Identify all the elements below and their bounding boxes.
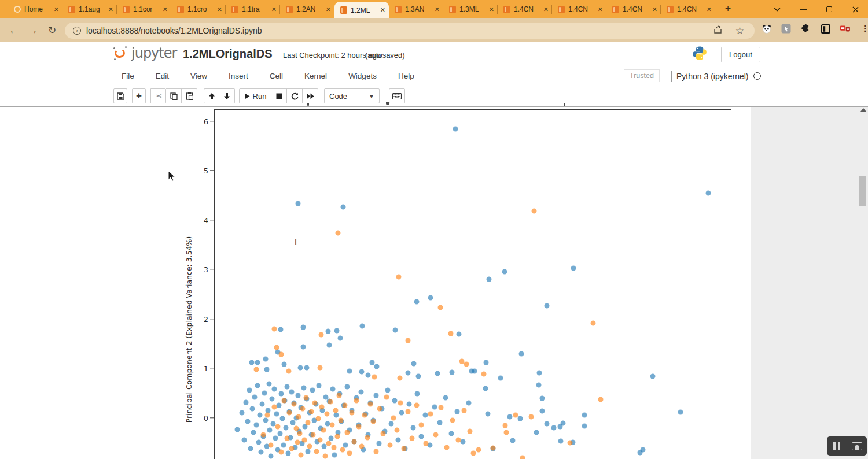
logout-button[interactable]: Logout	[721, 47, 760, 62]
data-point-series-blue	[298, 365, 303, 371]
extensions-puzzle-icon[interactable]	[801, 24, 811, 34]
tab-close-icon[interactable]: ✕	[108, 6, 113, 13]
data-point-series-blue	[502, 269, 507, 275]
overlay-pause-button[interactable]	[827, 436, 847, 456]
data-point-series-blue	[240, 410, 245, 415]
bookmark-star-icon[interactable]: ☆	[735, 26, 744, 36]
move-cell-up-button[interactable]	[204, 88, 219, 103]
copy-cells-button[interactable]	[166, 88, 182, 103]
browser-tab-1.4cn[interactable]: 1.4CN✕	[498, 0, 552, 18]
restart-kernel-button[interactable]	[287, 88, 303, 103]
tab-close-icon[interactable]: ✕	[54, 6, 59, 13]
window-close-button[interactable]	[845, 0, 866, 18]
back-button[interactable]: ←	[7, 24, 21, 38]
browser-tab-1.1cro[interactable]: 1.1cro✕	[171, 0, 226, 18]
browser-menu-button[interactable]: ⋮	[860, 24, 868, 34]
tab-close-icon[interactable]: ✕	[652, 6, 657, 13]
scrollbar-up-arrow[interactable]	[860, 108, 866, 112]
data-point-series-blue	[273, 436, 278, 441]
browser-tab-home[interactable]: Home✕	[8, 0, 62, 18]
y-tick-label: 6	[191, 117, 208, 125]
data-point-series-blue	[343, 442, 348, 447]
menu-item-widgets[interactable]: Widgets	[348, 72, 377, 80]
tab-close-icon[interactable]: ✕	[543, 6, 549, 13]
browser-tab-1.4cn[interactable]: 1.4CN✕	[606, 0, 661, 18]
data-point-series-blue	[284, 425, 289, 430]
menu-item-insert[interactable]: Insert	[229, 72, 248, 80]
cell-type-select[interactable]: Code ▼	[324, 88, 380, 103]
menu-item-edit[interactable]: Edit	[156, 72, 169, 80]
menu-item-file[interactable]: File	[122, 72, 134, 80]
data-point-series-blue	[486, 411, 491, 416]
tab-close-icon[interactable]: ✕	[489, 6, 494, 13]
command-palette-button[interactable]	[389, 88, 405, 103]
menu-item-cell[interactable]: Cell	[270, 72, 283, 80]
data-point-series-blue	[304, 365, 310, 371]
tab-close-icon[interactable]: ✕	[271, 6, 277, 13]
data-point-series-blue	[285, 384, 290, 390]
data-point-series-orange	[306, 420, 311, 425]
tab-close-icon[interactable]: ✕	[163, 6, 168, 13]
browser-tab-1.1tra[interactable]: 1.1tra✕	[226, 0, 280, 18]
data-point-series-orange	[388, 442, 393, 447]
screen: Home✕1.1aug✕1.1cor✕1.1cro✕1.1tra✕1.2AN✕1…	[0, 0, 868, 459]
new-tab-button[interactable]: +	[721, 3, 735, 16]
panda-extension-icon[interactable]	[762, 24, 771, 34]
tab-label: 1.1aug	[79, 5, 100, 13]
data-point-series-blue	[310, 388, 315, 393]
scrollbar-thumb[interactable]	[859, 176, 866, 206]
minimize-button[interactable]	[793, 0, 814, 18]
add-cell-button[interactable]: +	[132, 88, 146, 103]
interrupt-kernel-button[interactable]	[271, 88, 287, 103]
browser-tab-1.2an[interactable]: 1.2AN✕	[280, 0, 334, 18]
y-tick-mark	[210, 269, 214, 269]
cursor-box-extension-icon[interactable]	[781, 24, 791, 34]
contrast-extension-icon[interactable]	[821, 24, 830, 34]
data-point-series-orange	[261, 432, 266, 438]
data-point-series-orange	[448, 331, 454, 336]
browser-tab-1.1aug[interactable]: 1.1aug✕	[62, 0, 117, 18]
data-point-series-orange	[326, 441, 332, 446]
restart-run-all-button[interactable]	[303, 88, 318, 103]
browser-tab-1.4cn[interactable]: 1.4CN✕	[661, 0, 715, 18]
tab-close-icon[interactable]: ✕	[326, 6, 331, 13]
run-button[interactable]: Run	[239, 88, 271, 103]
data-point-series-blue	[415, 391, 420, 397]
browser-tab-1.1cor[interactable]: 1.1cor✕	[117, 0, 171, 18]
run-group: Run	[239, 88, 318, 103]
browser-tab-1.3an[interactable]: 1.3AN✕	[389, 0, 443, 18]
overlay-picture-button[interactable]	[847, 436, 867, 456]
jupyter-logo[interactable]: jupyter	[113, 46, 176, 60]
data-point-series-orange	[339, 417, 344, 423]
site-info-icon[interactable]: i	[73, 27, 81, 35]
browser-tab-1.4cn[interactable]: 1.4CN✕	[552, 0, 606, 18]
red-badge-extension-icon[interactable]	[840, 24, 850, 34]
menu-item-help[interactable]: Help	[398, 72, 414, 80]
menu-item-view[interactable]: View	[190, 72, 207, 80]
browser-tab-1.3ml[interactable]: 1.3ML✕	[443, 0, 498, 18]
data-point-series-blue	[235, 427, 240, 432]
save-button[interactable]	[113, 88, 127, 103]
menu-item-kernel[interactable]: Kernel	[304, 72, 327, 80]
data-point-series-orange	[319, 404, 325, 409]
tab-close-icon[interactable]: ✕	[435, 6, 440, 13]
cut-cells-button[interactable]: ✂	[150, 88, 166, 103]
home-tab-icon	[14, 6, 21, 13]
url-input[interactable]: localhost:8888/notebooks/1.2MLOrignalDS.…	[86, 26, 262, 35]
tab-close-icon[interactable]: ✕	[598, 6, 603, 13]
data-point-series-blue	[260, 401, 265, 406]
reload-button[interactable]: ↻	[45, 24, 59, 38]
address-pill[interactable]: i localhost:8888/notebooks/1.2MLOrignalD…	[65, 23, 755, 39]
forward-button[interactable]: →	[26, 24, 40, 38]
notebook-title[interactable]: 1.2MLOrignalDS	[183, 47, 272, 61]
paste-cells-button[interactable]	[182, 88, 197, 103]
tab-close-icon[interactable]: ✕	[217, 6, 222, 13]
data-point-series-blue	[399, 410, 404, 415]
maximize-button[interactable]	[819, 0, 840, 18]
share-icon[interactable]	[713, 25, 723, 37]
browser-tab-1.2ml[interactable]: 1.2ML✕	[334, 2, 389, 18]
tab-search-chevron-icon[interactable]	[767, 0, 788, 18]
move-cell-down-button[interactable]	[219, 88, 235, 103]
tab-close-icon[interactable]: ✕	[707, 6, 712, 13]
tab-close-icon[interactable]: ✕	[380, 7, 385, 13]
